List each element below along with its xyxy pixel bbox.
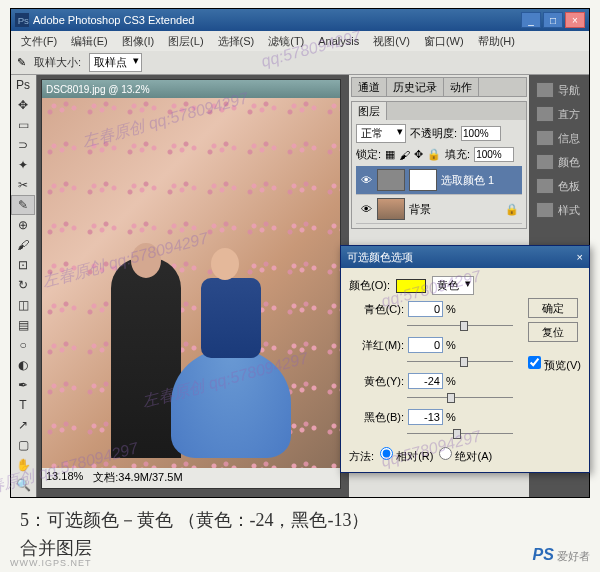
menu-edit[interactable]: 编辑(E) bbox=[65, 32, 114, 51]
path-tool[interactable]: ↗ bbox=[11, 415, 35, 435]
cyan-input[interactable] bbox=[408, 301, 443, 317]
histogram-shortcut[interactable]: 直方 bbox=[533, 103, 585, 125]
black-label: 黑色(B): bbox=[349, 410, 404, 425]
photo-subjects bbox=[101, 238, 281, 458]
selective-color-dialog[interactable]: 可选颜色选项 × 颜色(O): 黄色 青色(C): % 洋红(M): % 黄色(… bbox=[340, 245, 590, 473]
menu-filter[interactable]: 滤镜(T) bbox=[262, 32, 310, 51]
blend-mode-dropdown[interactable]: 正常 bbox=[356, 124, 406, 143]
swatches-shortcut[interactable]: 色板 bbox=[533, 175, 585, 197]
navigator-icon bbox=[536, 82, 554, 98]
styles-shortcut[interactable]: 样式 bbox=[533, 199, 585, 221]
maximize-button[interactable]: □ bbox=[543, 12, 563, 28]
wand-tool[interactable]: ✦ bbox=[11, 155, 35, 175]
fill-label: 填充: bbox=[445, 147, 470, 162]
info-shortcut[interactable]: 信息 bbox=[533, 127, 585, 149]
blur-tool[interactable]: ○ bbox=[11, 335, 35, 355]
ps-logo-icon: Ps bbox=[15, 13, 29, 27]
history-tab[interactable]: 历史记录 bbox=[387, 78, 444, 96]
lock-pixels-icon[interactable]: 🖌 bbox=[399, 149, 410, 161]
stamp-tool[interactable]: ⊡ bbox=[11, 255, 35, 275]
layers-tab[interactable]: 图层 bbox=[352, 102, 387, 120]
dodge-tool[interactable]: ◐ bbox=[11, 355, 35, 375]
filesize-info: 文档:34.9M/37.5M bbox=[93, 470, 182, 484]
actions-tab[interactable]: 动作 bbox=[444, 78, 479, 96]
visibility-icon[interactable]: 👁 bbox=[359, 202, 373, 216]
ok-button[interactable]: 确定 bbox=[528, 298, 578, 318]
magenta-label: 洋红(M): bbox=[349, 338, 404, 353]
zoom-tool[interactable]: 🔍 bbox=[11, 475, 35, 495]
svg-text:Ps: Ps bbox=[18, 15, 29, 26]
color-shortcut[interactable]: 颜色 bbox=[533, 151, 585, 173]
eyedropper-tool[interactable]: ✎ bbox=[11, 195, 35, 215]
document-canvas[interactable] bbox=[42, 98, 340, 468]
cancel-button[interactable]: 复位 bbox=[528, 322, 578, 342]
dialog-titlebar[interactable]: 可选颜色选项 × bbox=[341, 246, 589, 268]
zoom-level[interactable]: 13.18% bbox=[46, 470, 83, 484]
ps-icon: Ps bbox=[11, 75, 35, 95]
menu-window[interactable]: 窗口(W) bbox=[418, 32, 470, 51]
channels-tab[interactable]: 通道 bbox=[352, 78, 387, 96]
menu-select[interactable]: 选择(S) bbox=[212, 32, 261, 51]
eraser-tool[interactable]: ◫ bbox=[11, 295, 35, 315]
menu-layer[interactable]: 图层(L) bbox=[162, 32, 209, 51]
yellow-label: 黄色(Y): bbox=[349, 374, 404, 389]
site-url: WWW.IGPS.NET bbox=[10, 558, 92, 568]
layer-name[interactable]: 选取颜色 1 bbox=[441, 173, 494, 188]
sample-size-label: 取样大小: bbox=[34, 55, 81, 70]
preview-checkbox[interactable] bbox=[528, 356, 541, 369]
method-absolute-radio[interactable] bbox=[439, 447, 452, 460]
adjustment-thumb[interactable] bbox=[377, 169, 405, 191]
titlebar[interactable]: Ps Adobe Photoshop CS3 Extended _ □ × bbox=[11, 9, 589, 31]
visibility-icon[interactable]: 👁 bbox=[359, 173, 373, 187]
shape-tool[interactable]: ▢ bbox=[11, 435, 35, 455]
cyan-slider[interactable] bbox=[407, 319, 513, 333]
lasso-tool[interactable]: ⊃ bbox=[11, 135, 35, 155]
lock-transparent-icon[interactable]: ▦ bbox=[385, 148, 395, 161]
close-button[interactable]: × bbox=[565, 12, 585, 28]
method-relative-radio[interactable] bbox=[380, 447, 393, 460]
menu-image[interactable]: 图像(I) bbox=[116, 32, 160, 51]
mask-thumb[interactable] bbox=[409, 169, 437, 191]
method-label: 方法: bbox=[349, 450, 374, 462]
brush-tool[interactable]: 🖌 bbox=[11, 235, 35, 255]
magenta-slider[interactable] bbox=[407, 355, 513, 369]
layer-thumb[interactable] bbox=[377, 198, 405, 220]
styles-icon bbox=[536, 202, 554, 218]
opacity-input[interactable] bbox=[461, 126, 501, 141]
lock-position-icon[interactable]: ✥ bbox=[414, 148, 423, 161]
color-label: 颜色(O): bbox=[349, 278, 390, 293]
black-input[interactable] bbox=[408, 409, 443, 425]
layer-name[interactable]: 背景 bbox=[409, 202, 431, 217]
document-title[interactable]: DSC8019.jpg @ 13.2% bbox=[42, 80, 340, 98]
magenta-input[interactable] bbox=[408, 337, 443, 353]
nav-shortcut[interactable]: 导航 bbox=[533, 79, 585, 101]
dialog-close-icon[interactable]: × bbox=[577, 251, 583, 263]
crop-tool[interactable]: ✂ bbox=[11, 175, 35, 195]
sample-size-dropdown[interactable]: 取样点 bbox=[89, 53, 142, 72]
menu-analysis[interactable]: Analysis bbox=[312, 33, 365, 49]
history-brush-tool[interactable]: ↻ bbox=[11, 275, 35, 295]
cyan-label: 青色(C): bbox=[349, 302, 404, 317]
black-slider[interactable] bbox=[407, 427, 513, 441]
yellow-slider[interactable] bbox=[407, 391, 513, 405]
hand-tool[interactable]: ✋ bbox=[11, 455, 35, 475]
yellow-input[interactable] bbox=[408, 373, 443, 389]
document-status: 13.18% 文档:34.9M/37.5M bbox=[42, 468, 340, 486]
menu-view[interactable]: 视图(V) bbox=[367, 32, 416, 51]
marquee-tool[interactable]: ▭ bbox=[11, 115, 35, 135]
fill-input[interactable] bbox=[474, 147, 514, 162]
color-dropdown[interactable]: 黄色 bbox=[432, 276, 474, 295]
gradient-tool[interactable]: ▤ bbox=[11, 315, 35, 335]
minimize-button[interactable]: _ bbox=[521, 12, 541, 28]
lock-label: 锁定: bbox=[356, 147, 381, 162]
lock-all-icon[interactable]: 🔒 bbox=[427, 148, 441, 161]
menu-file[interactable]: 文件(F) bbox=[15, 32, 63, 51]
heal-tool[interactable]: ⊕ bbox=[11, 215, 35, 235]
pen-tool[interactable]: ✒ bbox=[11, 375, 35, 395]
document-window[interactable]: DSC8019.jpg @ 13.2% 13.18% 文档:34.9M/ bbox=[41, 79, 341, 489]
type-tool[interactable]: T bbox=[11, 395, 35, 415]
layer-row[interactable]: 👁 背景 🔒 bbox=[356, 195, 522, 224]
layer-row[interactable]: 👁 选取颜色 1 bbox=[356, 166, 522, 195]
menu-help[interactable]: 帮助(H) bbox=[472, 32, 521, 51]
move-tool[interactable]: ✥ bbox=[11, 95, 35, 115]
